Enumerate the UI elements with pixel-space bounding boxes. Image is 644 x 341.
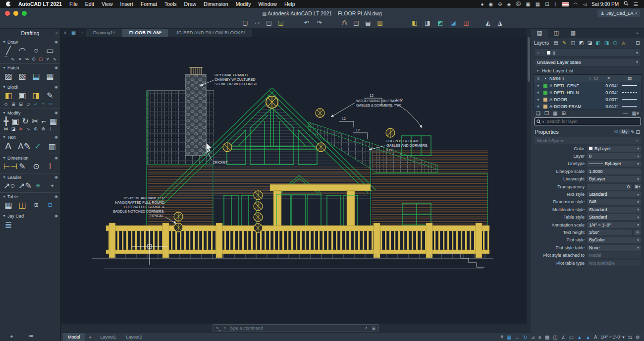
linetype-scale-input[interactable]: 1.0000 <box>587 169 641 174</box>
current-layer-dropdown[interactable]: ● ◌ 0 ▾ <box>534 49 641 57</box>
customization-gear-icon[interactable]: ⚙ <box>636 335 640 340</box>
markup-icon[interactable]: ◫ <box>462 19 471 26</box>
plot-icon[interactable]: ⎙ <box>340 19 349 26</box>
transparency-picker-button[interactable]: ▣▾ <box>634 184 641 190</box>
snap-mode-icon[interactable]: ▦ <box>507 335 511 340</box>
object-snap-icon[interactable]: ∠ <box>561 335 566 340</box>
ortho-mode-icon[interactable]: ∟ <box>515 335 520 340</box>
wifi-icon[interactable]: ◠ <box>574 1 578 7</box>
layer-lock-icon[interactable]: ◬ <box>620 40 627 46</box>
hide-layer-list-toggle[interactable]: ▼ Hide Layer List <box>531 67 644 74</box>
text-height-pick-button[interactable]: ⎙ <box>634 229 641 235</box>
tag-tool-icon[interactable]: ◇ <box>3 102 9 107</box>
autoscale-icon[interactable]: ▲ <box>586 335 590 340</box>
move-tool-icon[interactable]: ╋ <box>3 116 8 126</box>
model-space-canvas[interactable]: OPTIONAL FRAMED CHIMNEY W/ CULTURED STON… <box>61 37 527 324</box>
layer-visible-icon[interactable]: ● <box>535 83 541 88</box>
toggle-all[interactable]: All <box>613 129 618 134</box>
point-tool-icon[interactable]: ⋎ <box>45 57 51 61</box>
transparency-display-icon[interactable]: ▩ <box>545 335 549 340</box>
text-height-input[interactable]: 3/16" <box>587 229 632 235</box>
multileader-style-dropdown[interactable]: Standard▾ <box>587 207 641 213</box>
revcloud-tool-icon[interactable]: ▢ <box>38 57 44 61</box>
rotate-tool-icon[interactable]: ↻ <box>22 116 29 126</box>
columns-menu-icon[interactable]: ▦▾ <box>632 111 639 116</box>
dimension-style-dropdown[interactable]: 048▾ <box>587 199 641 205</box>
edit-text-tool-icon[interactable]: A✎ <box>18 141 28 152</box>
palette-list-icon[interactable]: ≔ <box>28 333 34 340</box>
lineweight-display-icon[interactable]: ≡ <box>538 335 541 340</box>
arc-tool-icon[interactable]: ◠ <box>17 46 27 55</box>
layer-delete-icon[interactable]: ◫ <box>570 40 576 46</box>
layer-settings-icon[interactable]: ⊞ <box>561 111 565 116</box>
undo-icon[interactable]: ↶ <box>302 19 311 26</box>
spell-check-tool-icon[interactable]: ✓ <box>33 142 42 151</box>
layer-off-icon[interactable]: ◨ <box>603 40 610 46</box>
new-frozen-layer-icon[interactable]: ❐ <box>544 111 549 116</box>
annotation-scale-dropdown[interactable]: 1/4" = 1'-0"▾ <box>587 222 641 228</box>
page-setup-icon[interactable]: ▤ <box>364 19 373 26</box>
linear-dimension-tool-icon[interactable]: ⊢⊣ <box>3 162 13 171</box>
mirror-tool-icon[interactable]: ⋈ <box>3 126 9 131</box>
section-options-icon[interactable]: ◉ <box>54 85 58 89</box>
menu-edit[interactable]: Edit <box>85 1 94 7</box>
photos-icon[interactable]: ▣ <box>526 1 530 7</box>
linetype-dropdown[interactable]: ByLayer▾ <box>587 161 641 167</box>
close-panel-icon[interactable]: ⊡ <box>635 40 641 46</box>
rectangle-tool-icon[interactable]: ▭ <box>45 46 55 55</box>
edit-leader-tool-icon[interactable]: ↗✎ <box>18 181 28 190</box>
more-tabs-icon[interactable]: » <box>636 28 644 38</box>
mtext-tool-icon[interactable]: A <box>3 141 13 152</box>
grid-display-icon[interactable]: # <box>500 335 503 340</box>
insert-block-tool-icon[interactable]: ▣ <box>17 91 27 100</box>
radius-dimension-tool-icon[interactable]: ⊙ <box>31 162 41 171</box>
group-icon[interactable]: ◮ <box>495 19 504 26</box>
match-properties-icon[interactable]: ◧ <box>410 19 419 26</box>
annotation-scale-control[interactable]: 1/4" = 1'-0" ▾ <box>601 335 625 340</box>
align-leader-tool-icon[interactable]: ⌖ <box>48 183 57 189</box>
join-tool-icon[interactable]: ⊥ <box>48 126 54 131</box>
layer-search[interactable]: ▾ <box>534 117 641 125</box>
layer-isolate-icon[interactable]: ✎ <box>561 40 568 46</box>
save-icon[interactable]: ◳ <box>265 19 273 26</box>
record-icon[interactable]: ● <box>481 1 483 7</box>
layer-visible-icon[interactable]: ● <box>535 90 541 95</box>
tab-overview-icon[interactable]: ▦ <box>69 28 78 37</box>
command-expand-icon[interactable]: ∧ <box>365 326 368 331</box>
collapse-palette-icon[interactable]: « <box>55 31 58 36</box>
spline-tool-icon[interactable]: ∿ <box>10 57 15 61</box>
plot-style-dropdown[interactable]: ByColor▾ <box>587 237 641 243</box>
scale-tool-icon[interactable]: ⊕ <box>33 126 39 131</box>
jaycad-layers-stack-icon[interactable]: ≣ <box>3 220 13 230</box>
explode-tool-icon[interactable]: ⊗ <box>40 126 46 131</box>
trim-tool-icon[interactable]: ✂ <box>32 116 38 126</box>
tab-layout2[interactable]: Layout2 <box>121 333 147 341</box>
edit-dimension-tool-icon[interactable]: ✎ <box>17 162 27 171</box>
layer-thaw-icon[interactable]: ⬡ <box>612 40 618 46</box>
spotlight-icon[interactable] <box>624 1 629 7</box>
command-window-icon[interactable]: ⊞ <box>372 326 376 331</box>
name-column-header[interactable]: Name <box>549 76 561 81</box>
lineweight-dropdown[interactable]: ByLayer▾ <box>587 176 641 182</box>
boundary-tool-icon[interactable]: ▦ <box>45 71 55 81</box>
text-style-tool-icon[interactable]: ▥ <box>48 142 57 151</box>
toggle-my[interactable]: My <box>619 129 630 134</box>
hatch-tool-icon[interactable]: ▨ <box>3 71 13 81</box>
account-menu[interactable]: ♟ Jay_Cad_LA ▾ <box>597 9 640 17</box>
plot-preview-icon[interactable]: ◰ <box>352 19 361 26</box>
gradient-tool-icon[interactable]: ▤ <box>31 71 41 81</box>
workspace-switch-icon[interactable]: ⇆ <box>628 335 632 340</box>
launchpad-icon[interactable]: ▦ <box>536 1 540 7</box>
table-tool-icon[interactable]: ▦ <box>3 200 13 210</box>
data-link-tool-icon[interactable]: ⊟ <box>45 202 55 208</box>
color-dropdown[interactable]: ByLayer▾ <box>587 146 641 152</box>
menu-view[interactable]: View <box>102 1 113 7</box>
space-selector[interactable]: Model Space ▾ <box>534 137 641 144</box>
apple-menu-icon[interactable] <box>6 1 11 6</box>
base-point-tool-icon[interactable]: ⊟ <box>18 102 24 107</box>
menu-insert[interactable]: Insert <box>120 1 133 7</box>
menu-draw[interactable]: Draw <box>184 1 197 7</box>
table-style-dropdown[interactable]: Standard▾ <box>587 214 641 220</box>
block-rect-tool-icon[interactable]: ▱ <box>25 102 31 107</box>
annotation-person-icon[interactable]: A <box>594 335 597 340</box>
